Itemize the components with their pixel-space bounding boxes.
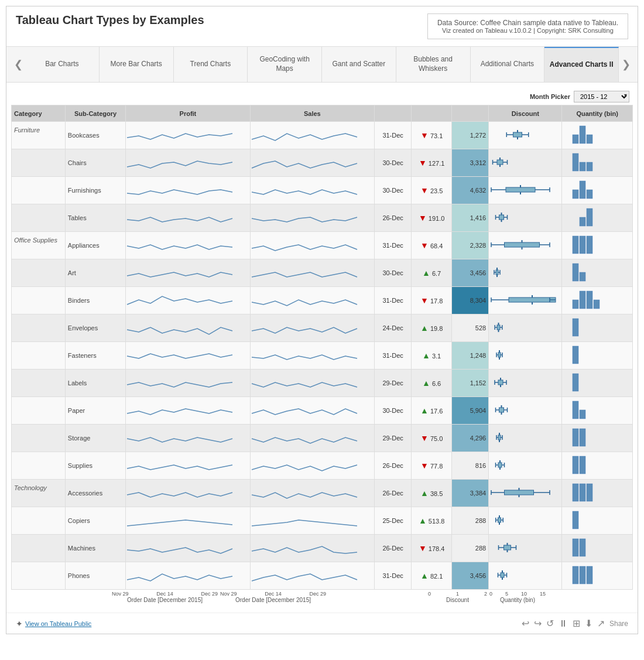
cell-category [12,342,66,370]
undo-icon[interactable]: ↩ [522,618,529,629]
table-row: FurnitureBookcases 31-Dec▼ 73.11,272 [12,122,633,149]
svg-rect-45 [496,270,498,275]
cell-subcategory: Accessories [65,480,125,507]
table-row: Binders 31-Dec▼ 17.88,304 [12,287,633,314]
arrow-icon: ▼ [420,241,429,250]
cell-date: 29-Dec [375,370,412,397]
month-picker-label: Month Picker [530,93,570,100]
cell-sales-sparkline [250,452,374,480]
arrow-icon: ▲ [420,571,429,580]
profit-sparkline-svg [127,316,232,339]
cell-date: 30-Dec [375,149,412,177]
discount-chart [491,453,550,477]
sales-sparkline-svg [252,563,357,587]
cell-date: 31-Dec [375,342,412,370]
arrow-icon: ▲ [420,406,429,415]
view-icon[interactable]: ⊞ [573,618,580,629]
svg-rect-77 [498,380,503,385]
share-label[interactable]: Share [609,620,628,628]
arrow-icon: ▼ [419,213,427,223]
cell-category [12,370,66,397]
svg-rect-8 [587,135,592,143]
sales-sparkline-svg [252,178,357,201]
cell-arrow: ▲ 82.1 [412,562,452,590]
quantity-histogram [564,563,621,587]
footer-right: ↩ ↪ ↺ ⏸ ⊞ ⬇ ↗ Share [522,618,628,629]
cell-sales-value: 288 [452,507,489,535]
cell-sales-sparkline [250,535,374,562]
discount-chart [491,563,550,587]
cell-quantity [562,259,633,287]
header-date [375,105,412,122]
header-arrow [412,105,452,122]
svg-rect-122 [573,511,578,529]
arrow-value: 82.1 [430,573,443,580]
cell-date: 30-Dec [375,397,412,425]
svg-rect-7 [580,126,585,143]
svg-rect-17 [587,162,592,171]
view-tableau-link[interactable]: View on Tableau Public [25,620,91,627]
arrow-icon: ▲ [422,378,430,388]
tab-gant-scatter[interactable]: Gant and Scatter [322,47,396,82]
cell-category [12,149,66,177]
cell-quantity [562,232,633,259]
cell-discount [489,314,562,342]
quantity-histogram [564,206,621,229]
cell-discount [489,259,562,287]
arrow-icon: ▲ [420,488,429,498]
tab-more-bar-charts[interactable]: More Bar Charts [100,47,174,82]
cell-category [12,287,66,314]
page-title: Tableau Chart Types by Examples [16,13,204,27]
cell-profit-sparkline [126,480,250,507]
download-icon[interactable]: ⬇ [585,618,592,629]
arrow-value: 38.5 [430,490,443,497]
cell-arrow: ▼ 178.4 [412,535,452,562]
sales-sparkline-svg [252,508,357,532]
cell-subcategory: Art [65,259,125,287]
svg-rect-115 [587,484,592,501]
discount-chart [491,206,550,229]
footer-left: ✦ View on Tableau Public [16,619,91,628]
main-table: Category Sub-Category Profit Sales Disco… [11,105,633,590]
cell-sales-value: 816 [452,452,489,480]
cell-category [12,259,66,287]
svg-rect-16 [580,162,585,171]
quantity-histogram [564,426,621,449]
month-picker-wrapper: 2015 - 12 [574,91,629,102]
cell-category [12,425,66,452]
profit-sparkline-svg [127,563,232,587]
cell-discount [489,122,562,149]
cell-date: 31-Dec [375,122,412,149]
redo-icon[interactable]: ↪ [534,618,542,629]
svg-rect-84 [499,408,504,412]
month-picker-select[interactable]: 2015 - 12 [574,91,629,102]
cell-date: 26-Dec [375,452,412,480]
quantity-histogram [564,481,621,504]
cell-date: 31-Dec [375,562,412,590]
tab-additional-charts[interactable]: Additional Charts [471,47,545,82]
arrow-value: 6.6 [432,380,441,387]
nav-prev-button[interactable]: ❮ [11,47,25,82]
sales-sparkline-svg [252,206,357,229]
quantity-histogram [564,536,621,559]
svg-rect-132 [501,573,504,577]
cell-category: Furniture [12,122,66,149]
quantity-histogram [564,151,621,174]
tab-bubbles-whiskers[interactable]: Bubbles and Whiskers [396,47,471,82]
reset-icon[interactable]: ↺ [546,618,554,629]
svg-rect-97 [573,429,578,446]
tab-geocoding[interactable]: GeoCoding with Maps [248,47,322,82]
cell-quantity [562,535,633,562]
discount-chart [491,536,550,559]
cell-date: 26-Dec [375,480,412,507]
nav-next-button[interactable]: ❯ [619,47,633,82]
arrow-value: 178.4 [429,545,445,552]
cell-category [12,535,66,562]
tab-bar-charts[interactable]: Bar Charts [25,47,100,82]
cell-category: Office Supplies [12,232,66,259]
pause-icon[interactable]: ⏸ [559,618,568,629]
tab-trend-charts[interactable]: Trend Charts [174,47,248,82]
tab-advanced-charts[interactable]: Advanced Charts II [544,47,619,82]
share-icon[interactable]: ↗ [597,618,605,629]
arrow-icon: ▲ [419,516,427,525]
